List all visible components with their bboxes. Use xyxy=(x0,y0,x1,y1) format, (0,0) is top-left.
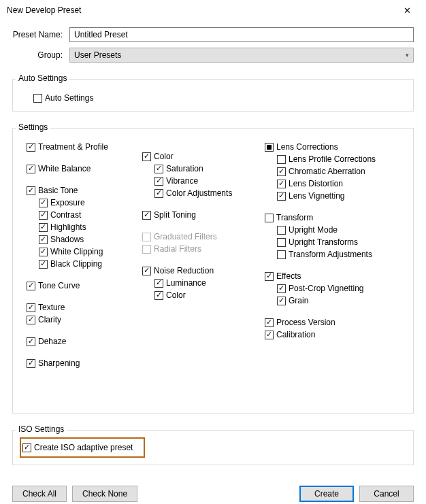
checkbox-icon xyxy=(39,235,48,244)
chromatic-aberration-checkbox[interactable]: Chromatic Aberration xyxy=(277,165,394,178)
checkbox-icon xyxy=(154,279,163,288)
checkbox-icon xyxy=(277,297,286,305)
split-toning-checkbox[interactable]: Split Toning xyxy=(142,209,258,221)
settings-legend: Settings xyxy=(16,122,50,132)
checkbox-icon xyxy=(265,272,274,281)
chevron-down-icon: ▾ xyxy=(406,52,409,58)
preset-name-label: Preset Name: xyxy=(12,30,69,39)
checkbox-icon xyxy=(154,189,163,198)
iso-highlight: Create ISO adaptive preset xyxy=(20,437,145,458)
checkbox-icon xyxy=(27,186,35,195)
checkbox-icon xyxy=(142,267,151,275)
color-checkbox[interactable]: Color xyxy=(142,150,258,163)
preset-name-input[interactable] xyxy=(69,27,414,42)
checkbox-icon xyxy=(27,316,35,324)
clarity-checkbox[interactable]: Clarity xyxy=(27,314,135,326)
checkbox-icon xyxy=(277,155,286,164)
checkbox-icon xyxy=(154,165,163,173)
white-clipping-checkbox[interactable]: White Clipping xyxy=(39,246,135,258)
checkbox-icon xyxy=(33,94,42,103)
white-balance-checkbox[interactable]: White Balance xyxy=(27,163,135,175)
lens-profile-corrections-checkbox[interactable]: Lens Profile Corrections xyxy=(277,153,394,165)
effects-checkbox[interactable]: Effects xyxy=(265,270,394,282)
group-value: User Presets xyxy=(74,50,121,60)
iso-fieldset: ISO Settings Create ISO adaptive preset xyxy=(12,430,414,465)
checkbox-icon xyxy=(27,282,35,290)
checkbox-icon xyxy=(27,337,35,346)
tone-curve-checkbox[interactable]: Tone Curve xyxy=(27,280,135,292)
checkbox-icon xyxy=(277,192,286,201)
autosettings-fieldset: Auto Settings Auto Settings xyxy=(12,79,414,112)
transform-checkbox[interactable]: Transform xyxy=(265,212,394,224)
basic-tone-checkbox[interactable]: Basic Tone xyxy=(27,184,135,197)
checkbox-icon xyxy=(22,443,31,452)
grain-checkbox[interactable]: Grain xyxy=(277,295,394,307)
contrast-checkbox[interactable]: Contrast xyxy=(39,209,135,221)
checkbox-icon xyxy=(154,177,163,186)
dehaze-checkbox[interactable]: Dehaze xyxy=(27,335,135,348)
luminance-checkbox[interactable]: Luminance xyxy=(154,277,258,289)
autosettings-legend: Auto Settings xyxy=(16,73,69,83)
create-button[interactable]: Create xyxy=(299,486,354,502)
lens-distortion-checkbox[interactable]: Lens Distortion xyxy=(277,178,394,190)
upright-transforms-checkbox[interactable]: Upright Transforms xyxy=(277,236,394,248)
texture-checkbox[interactable]: Texture xyxy=(27,301,135,314)
calibration-checkbox[interactable]: Calibration xyxy=(265,329,394,341)
lens-vignetting-checkbox[interactable]: Lens Vignetting xyxy=(277,190,394,202)
checkbox-icon xyxy=(39,248,48,256)
settings-fieldset: Settings Treatment & Profile White Balan… xyxy=(12,128,414,414)
checkbox-icon xyxy=(265,143,274,152)
treatment-profile-checkbox[interactable]: Treatment & Profile xyxy=(27,141,135,153)
checkbox-icon xyxy=(39,211,48,220)
close-button[interactable]: ✕ xyxy=(393,1,421,20)
transform-adjustments-checkbox[interactable]: Transform Adjustments xyxy=(277,248,394,261)
titlebar: New Develop Preset ✕ xyxy=(0,0,426,20)
iso-legend: ISO Settings xyxy=(16,424,67,434)
checkbox-icon xyxy=(27,143,35,152)
highlights-checkbox[interactable]: Highlights xyxy=(39,221,135,233)
checkbox-icon xyxy=(142,211,151,220)
checkbox-icon xyxy=(265,331,274,339)
group-label: Group: xyxy=(12,50,69,60)
lens-corrections-checkbox[interactable]: Lens Corrections xyxy=(265,141,394,153)
checkbox-icon xyxy=(154,291,163,300)
saturation-checkbox[interactable]: Saturation xyxy=(154,163,258,175)
checkbox-icon xyxy=(27,359,35,368)
checkbox-icon xyxy=(27,165,35,173)
check-none-button[interactable]: Check None xyxy=(72,486,137,502)
checkbox-icon xyxy=(142,245,151,254)
shadows-checkbox[interactable]: Shadows xyxy=(39,233,135,246)
vibrance-checkbox[interactable]: Vibrance xyxy=(154,175,258,187)
color-adjustments-checkbox[interactable]: Color Adjustments xyxy=(154,187,258,199)
checkbox-icon xyxy=(277,284,286,293)
nr-color-checkbox[interactable]: Color xyxy=(154,289,258,301)
checkbox-icon xyxy=(27,303,35,312)
check-all-button[interactable]: Check All xyxy=(12,486,67,502)
window-title: New Develop Preset xyxy=(7,5,81,15)
auto-settings-label: Auto Settings xyxy=(45,93,93,103)
black-clipping-checkbox[interactable]: Black Clipping xyxy=(39,258,135,270)
group-select[interactable]: User Presets ▾ xyxy=(69,48,414,63)
checkbox-icon xyxy=(142,152,151,161)
checkbox-icon xyxy=(39,260,48,269)
upright-mode-checkbox[interactable]: Upright Mode xyxy=(277,224,394,236)
cancel-button[interactable]: Cancel xyxy=(359,486,414,502)
noise-reduction-checkbox[interactable]: Noise Reduction xyxy=(142,265,258,277)
checkbox-icon xyxy=(265,214,274,222)
close-icon: ✕ xyxy=(404,5,411,16)
sharpening-checkbox[interactable]: Sharpening xyxy=(27,357,135,369)
post-crop-vignetting-checkbox[interactable]: Post-Crop Vignetting xyxy=(277,282,394,295)
auto-settings-checkbox[interactable]: Auto Settings xyxy=(33,92,406,104)
process-version-checkbox[interactable]: Process Version xyxy=(265,316,394,329)
checkbox-icon xyxy=(277,226,286,235)
create-iso-adaptive-checkbox[interactable]: Create ISO adaptive preset xyxy=(22,441,133,454)
checkbox-icon xyxy=(277,238,286,247)
checkbox-icon xyxy=(39,223,48,232)
checkbox-icon xyxy=(277,250,286,259)
checkbox-icon xyxy=(265,318,274,327)
checkbox-icon xyxy=(277,167,286,176)
exposure-checkbox[interactable]: Exposure xyxy=(39,197,135,209)
radial-filters-checkbox: Radial Filters xyxy=(142,243,258,255)
checkbox-icon xyxy=(39,199,48,207)
checkbox-icon xyxy=(277,180,286,188)
